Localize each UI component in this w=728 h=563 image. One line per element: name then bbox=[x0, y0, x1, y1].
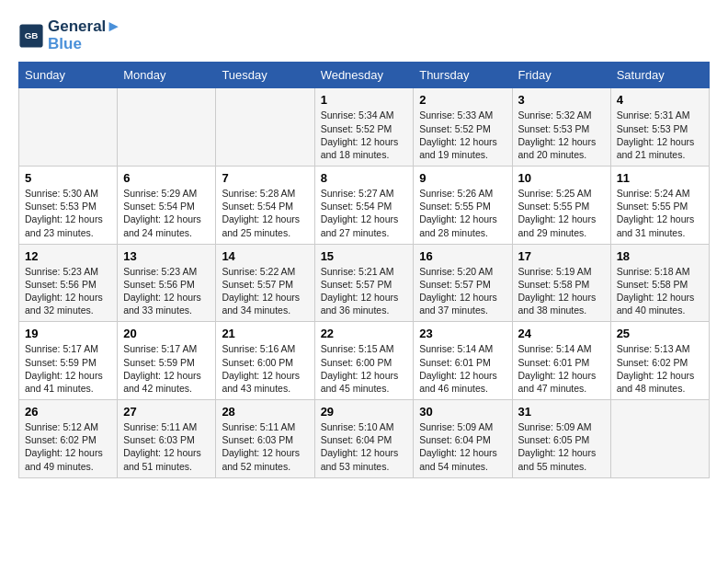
col-header-monday: Monday bbox=[118, 63, 216, 88]
calendar-cell: 13Sunrise: 5:23 AM Sunset: 5:56 PM Dayli… bbox=[118, 244, 216, 322]
cell-info: Sunrise: 5:17 AM Sunset: 5:59 PM Dayligh… bbox=[123, 342, 210, 395]
calendar-cell: 23Sunrise: 5:14 AM Sunset: 6:01 PM Dayli… bbox=[414, 322, 512, 400]
cell-info: Sunrise: 5:21 AM Sunset: 5:57 PM Dayligh… bbox=[321, 265, 408, 317]
cell-info: Sunrise: 5:22 AM Sunset: 5:57 PM Dayligh… bbox=[222, 265, 308, 317]
day-number: 15 bbox=[321, 249, 408, 263]
calendar-cell: 1Sunrise: 5:34 AM Sunset: 5:52 PM Daylig… bbox=[314, 88, 414, 167]
col-header-wednesday: Wednesday bbox=[314, 63, 414, 88]
day-number: 21 bbox=[222, 327, 308, 340]
cell-info: Sunrise: 5:23 AM Sunset: 5:56 PM Dayligh… bbox=[123, 265, 210, 317]
cell-info: Sunrise: 5:24 AM Sunset: 5:55 PM Dayligh… bbox=[617, 187, 703, 239]
col-header-tuesday: Tuesday bbox=[216, 63, 314, 88]
day-number: 12 bbox=[25, 249, 111, 263]
calendar-table: SundayMondayTuesdayWednesdayThursdayFrid… bbox=[18, 62, 710, 477]
day-number: 7 bbox=[222, 171, 308, 185]
cell-info: Sunrise: 5:33 AM Sunset: 5:52 PM Dayligh… bbox=[419, 109, 506, 161]
calendar-cell: 10Sunrise: 5:25 AM Sunset: 5:55 PM Dayli… bbox=[512, 167, 610, 245]
day-number: 19 bbox=[25, 327, 111, 340]
day-number: 29 bbox=[321, 405, 408, 419]
day-number: 11 bbox=[617, 171, 703, 185]
calendar-cell: 28Sunrise: 5:11 AM Sunset: 6:03 PM Dayli… bbox=[216, 400, 314, 478]
logo-icon: GB bbox=[18, 23, 44, 49]
calendar-cell: 27Sunrise: 5:11 AM Sunset: 6:03 PM Dayli… bbox=[118, 400, 216, 478]
calendar-cell: 14Sunrise: 5:22 AM Sunset: 5:57 PM Dayli… bbox=[216, 244, 314, 322]
calendar-cell: 6Sunrise: 5:29 AM Sunset: 5:54 PM Daylig… bbox=[118, 167, 216, 245]
calendar-cell: 12Sunrise: 5:23 AM Sunset: 5:56 PM Dayli… bbox=[19, 244, 118, 322]
logo: GB General► Blue bbox=[18, 18, 121, 52]
logo-line2: Blue bbox=[48, 36, 121, 53]
calendar-cell: 16Sunrise: 5:20 AM Sunset: 5:57 PM Dayli… bbox=[414, 244, 512, 322]
calendar-cell: 17Sunrise: 5:19 AM Sunset: 5:58 PM Dayli… bbox=[512, 244, 610, 322]
day-number: 17 bbox=[518, 249, 605, 263]
day-number: 20 bbox=[123, 327, 210, 340]
cell-info: Sunrise: 5:15 AM Sunset: 6:00 PM Dayligh… bbox=[321, 342, 408, 395]
day-number: 28 bbox=[222, 405, 308, 419]
cell-info: Sunrise: 5:09 AM Sunset: 6:04 PM Dayligh… bbox=[419, 420, 506, 473]
calendar-cell: 31Sunrise: 5:09 AM Sunset: 6:05 PM Dayli… bbox=[512, 400, 610, 478]
cell-info: Sunrise: 5:17 AM Sunset: 5:59 PM Dayligh… bbox=[25, 342, 111, 395]
day-number: 8 bbox=[321, 171, 408, 185]
calendar-cell: 21Sunrise: 5:16 AM Sunset: 6:00 PM Dayli… bbox=[216, 322, 314, 400]
logo-line1: General► bbox=[48, 18, 121, 36]
cell-info: Sunrise: 5:32 AM Sunset: 5:53 PM Dayligh… bbox=[518, 109, 605, 161]
calendar-cell: 19Sunrise: 5:17 AM Sunset: 5:59 PM Dayli… bbox=[19, 322, 118, 400]
day-number: 4 bbox=[617, 93, 703, 107]
calendar-cell: 25Sunrise: 5:13 AM Sunset: 6:02 PM Dayli… bbox=[610, 322, 709, 400]
calendar-cell: 26Sunrise: 5:12 AM Sunset: 6:02 PM Dayli… bbox=[19, 400, 118, 478]
calendar-cell: 29Sunrise: 5:10 AM Sunset: 6:04 PM Dayli… bbox=[314, 400, 414, 478]
cell-info: Sunrise: 5:14 AM Sunset: 6:01 PM Dayligh… bbox=[419, 342, 506, 395]
cell-info: Sunrise: 5:31 AM Sunset: 5:53 PM Dayligh… bbox=[617, 109, 703, 161]
cell-info: Sunrise: 5:23 AM Sunset: 5:56 PM Dayligh… bbox=[25, 265, 111, 317]
day-number: 18 bbox=[617, 249, 703, 263]
calendar-cell: 11Sunrise: 5:24 AM Sunset: 5:55 PM Dayli… bbox=[610, 167, 709, 245]
cell-info: Sunrise: 5:12 AM Sunset: 6:02 PM Dayligh… bbox=[25, 420, 111, 473]
calendar-header: SundayMondayTuesdayWednesdayThursdayFrid… bbox=[19, 63, 710, 88]
col-header-saturday: Saturday bbox=[610, 63, 709, 88]
calendar-cell: 3Sunrise: 5:32 AM Sunset: 5:53 PM Daylig… bbox=[512, 88, 610, 167]
day-number: 30 bbox=[419, 405, 506, 419]
calendar-cell: 15Sunrise: 5:21 AM Sunset: 5:57 PM Dayli… bbox=[314, 244, 414, 322]
cell-info: Sunrise: 5:16 AM Sunset: 6:00 PM Dayligh… bbox=[222, 342, 308, 395]
calendar-cell: 20Sunrise: 5:17 AM Sunset: 5:59 PM Dayli… bbox=[118, 322, 216, 400]
cell-info: Sunrise: 5:13 AM Sunset: 6:02 PM Dayligh… bbox=[617, 342, 703, 395]
cell-info: Sunrise: 5:10 AM Sunset: 6:04 PM Dayligh… bbox=[321, 420, 408, 473]
cell-info: Sunrise: 5:18 AM Sunset: 5:58 PM Dayligh… bbox=[617, 265, 703, 317]
day-number: 1 bbox=[321, 93, 408, 107]
cell-info: Sunrise: 5:30 AM Sunset: 5:53 PM Dayligh… bbox=[25, 187, 111, 239]
day-number: 23 bbox=[419, 327, 506, 340]
cell-info: Sunrise: 5:11 AM Sunset: 6:03 PM Dayligh… bbox=[123, 420, 210, 473]
cell-info: Sunrise: 5:34 AM Sunset: 5:52 PM Dayligh… bbox=[321, 109, 408, 161]
day-number: 13 bbox=[123, 249, 210, 263]
col-header-sunday: Sunday bbox=[19, 63, 118, 88]
day-number: 24 bbox=[518, 327, 605, 340]
calendar-cell: 18Sunrise: 5:18 AM Sunset: 5:58 PM Dayli… bbox=[610, 244, 709, 322]
day-number: 25 bbox=[617, 327, 703, 340]
day-number: 16 bbox=[419, 249, 506, 263]
cell-info: Sunrise: 5:09 AM Sunset: 6:05 PM Dayligh… bbox=[518, 420, 605, 473]
cell-info: Sunrise: 5:25 AM Sunset: 5:55 PM Dayligh… bbox=[518, 187, 605, 239]
day-number: 6 bbox=[123, 171, 210, 185]
calendar-cell: 24Sunrise: 5:14 AM Sunset: 6:01 PM Dayli… bbox=[512, 322, 610, 400]
calendar-cell: 4Sunrise: 5:31 AM Sunset: 5:53 PM Daylig… bbox=[610, 88, 709, 167]
day-number: 14 bbox=[222, 249, 308, 263]
col-header-friday: Friday bbox=[512, 63, 610, 88]
day-number: 31 bbox=[518, 405, 605, 419]
day-number: 9 bbox=[419, 171, 506, 185]
page-header: GB General► Blue bbox=[18, 18, 710, 52]
calendar-cell bbox=[118, 88, 216, 167]
calendar-cell bbox=[610, 400, 709, 478]
day-number: 10 bbox=[518, 171, 605, 185]
day-number: 26 bbox=[25, 405, 111, 419]
calendar-cell bbox=[19, 88, 118, 167]
calendar-cell: 9Sunrise: 5:26 AM Sunset: 5:55 PM Daylig… bbox=[414, 167, 512, 245]
col-header-thursday: Thursday bbox=[414, 63, 512, 88]
day-number: 27 bbox=[123, 405, 210, 419]
day-number: 22 bbox=[321, 327, 408, 340]
cell-info: Sunrise: 5:11 AM Sunset: 6:03 PM Dayligh… bbox=[222, 420, 308, 473]
day-number: 3 bbox=[518, 93, 605, 107]
calendar-cell: 5Sunrise: 5:30 AM Sunset: 5:53 PM Daylig… bbox=[19, 167, 118, 245]
calendar-cell: 7Sunrise: 5:28 AM Sunset: 5:54 PM Daylig… bbox=[216, 167, 314, 245]
svg-text:GB: GB bbox=[25, 29, 39, 40]
cell-info: Sunrise: 5:20 AM Sunset: 5:57 PM Dayligh… bbox=[419, 265, 506, 317]
cell-info: Sunrise: 5:27 AM Sunset: 5:54 PM Dayligh… bbox=[321, 187, 408, 239]
